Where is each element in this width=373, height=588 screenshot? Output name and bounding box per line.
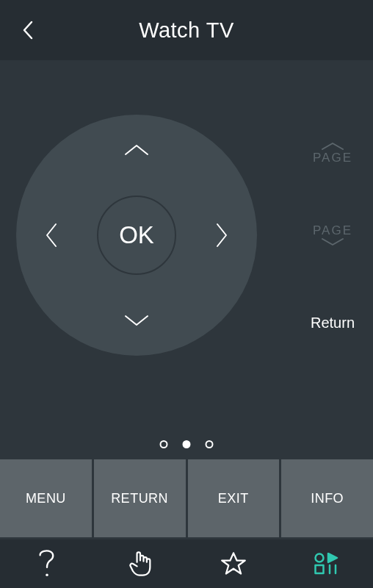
chevron-up-icon xyxy=(123,143,151,159)
svg-point-2 xyxy=(315,554,323,562)
hand-icon xyxy=(128,549,153,578)
return-button[interactable]: Return xyxy=(307,312,358,334)
exit-button-label: EXIT xyxy=(218,491,249,506)
dpad-up-button[interactable] xyxy=(118,132,155,169)
header-bar: Watch TV xyxy=(0,0,373,60)
dpad-ok-label: OK xyxy=(119,221,154,249)
pager-dot-active[interactable] xyxy=(183,440,191,448)
chevron-down-icon xyxy=(320,237,345,247)
info-button[interactable]: INFO xyxy=(281,459,373,537)
svg-point-0 xyxy=(46,574,48,577)
chevron-up-icon xyxy=(320,141,345,151)
pager-dot[interactable] xyxy=(160,440,168,448)
page-up-button[interactable]: PAGE xyxy=(307,130,358,174)
return-button-label: RETURN xyxy=(111,491,168,506)
return-label: Return xyxy=(311,315,355,331)
exit-button[interactable]: EXIT xyxy=(188,459,280,537)
dpad-right-button[interactable] xyxy=(203,217,239,254)
dpad-left-button[interactable] xyxy=(34,217,70,254)
back-button[interactable] xyxy=(13,15,43,45)
page-title: Watch TV xyxy=(0,18,373,43)
return-button-bottom[interactable]: RETURN xyxy=(94,459,186,537)
svg-rect-3 xyxy=(315,565,323,573)
tab-activity[interactable] xyxy=(280,539,373,588)
menu-button-label: MENU xyxy=(26,491,66,506)
bottom-button-row: MENU RETURN EXIT INFO xyxy=(0,457,373,539)
chevron-left-icon xyxy=(21,20,35,40)
info-button-label: INFO xyxy=(311,491,344,506)
dpad-ok-button[interactable]: OK xyxy=(97,196,176,275)
star-icon xyxy=(220,551,247,577)
pager-dot[interactable] xyxy=(206,440,214,448)
dpad-down-button[interactable] xyxy=(118,301,155,338)
tab-help[interactable] xyxy=(0,539,93,588)
tab-gesture[interactable] xyxy=(93,539,186,588)
svg-marker-1 xyxy=(222,553,245,573)
page-indicator xyxy=(160,440,214,448)
menu-button[interactable]: MENU xyxy=(0,459,92,537)
chevron-left-icon xyxy=(44,221,60,249)
chevron-down-icon xyxy=(123,312,151,328)
page-down-button[interactable]: PAGE xyxy=(307,213,358,257)
chevron-right-icon xyxy=(213,221,229,249)
help-icon xyxy=(36,549,58,578)
activity-icon xyxy=(314,553,340,575)
page-up-label: PAGE xyxy=(313,151,352,164)
dpad: OK xyxy=(16,115,257,356)
tab-favorites[interactable] xyxy=(186,539,280,588)
page-down-label: PAGE xyxy=(313,224,352,237)
remote-main-area: OK PAGE PAGE Return xyxy=(0,60,373,457)
svg-marker-4 xyxy=(328,553,337,562)
tab-bar xyxy=(0,539,373,588)
